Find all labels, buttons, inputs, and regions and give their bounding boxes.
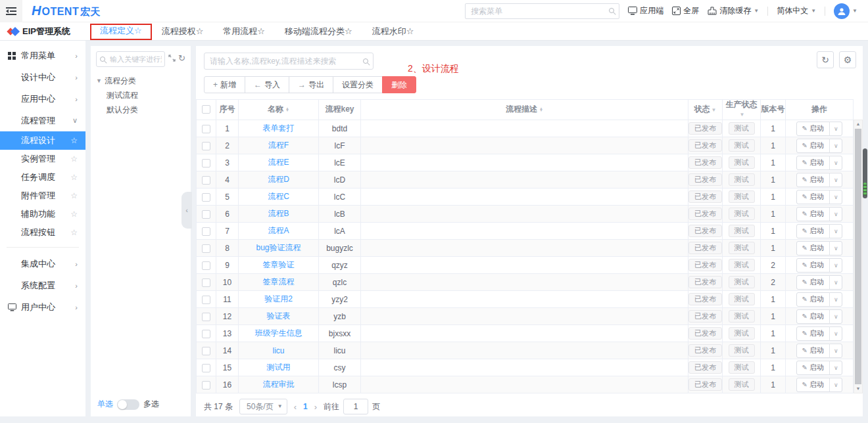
row-checkbox[interactable] bbox=[202, 296, 210, 304]
row-checkbox[interactable] bbox=[202, 142, 210, 150]
sidebar-item-integration-center[interactable]: 集成中心 › bbox=[0, 253, 85, 275]
chevron-down-icon[interactable]: ∨ bbox=[830, 382, 842, 388]
row-checkbox[interactable] bbox=[202, 176, 210, 185]
sort-icon[interactable]: ▲▼ bbox=[539, 108, 543, 112]
process-name-link[interactable]: 表单套打 bbox=[263, 123, 295, 133]
start-button[interactable]: ✎启动∨ bbox=[796, 326, 843, 341]
refresh-icon[interactable]: ↻ bbox=[178, 55, 185, 64]
row-checkbox[interactable] bbox=[202, 330, 210, 338]
chevron-down-icon[interactable]: ∨ bbox=[830, 194, 842, 200]
sidebar-item-app-center[interactable]: 应用中心 › bbox=[0, 88, 85, 110]
tree-node-root[interactable]: ▼ 流程分类 bbox=[96, 74, 185, 88]
chevron-down-icon[interactable]: ∨ bbox=[830, 347, 842, 354]
goto-page-input[interactable] bbox=[343, 399, 368, 414]
start-button[interactable]: ✎启动∨ bbox=[796, 156, 843, 170]
sidebar-item-auxiliary-functions[interactable]: 辅助功能 ☆ bbox=[0, 205, 85, 223]
row-checkbox[interactable] bbox=[202, 125, 210, 133]
row-checkbox[interactable] bbox=[202, 278, 210, 287]
start-button[interactable]: ✎启动∨ bbox=[796, 173, 843, 187]
process-name-link[interactable]: 流程C bbox=[268, 192, 289, 201]
tree-node-default-category[interactable]: 默认分类 bbox=[96, 102, 185, 117]
sidebar-item-attachment-management[interactable]: 附件管理 ☆ bbox=[0, 187, 85, 205]
row-checkbox[interactable] bbox=[202, 210, 210, 219]
tab-common-process[interactable]: 常用流程☆ bbox=[215, 22, 273, 40]
start-button[interactable]: ✎启动∨ bbox=[796, 224, 843, 238]
row-checkbox[interactable] bbox=[202, 313, 210, 321]
add-button[interactable]: + 新增 bbox=[204, 76, 245, 93]
process-name-link[interactable]: 流程B bbox=[268, 209, 289, 218]
filter-caret-icon[interactable]: ▼ bbox=[740, 112, 745, 118]
chevron-down-icon[interactable]: ∨ bbox=[830, 211, 842, 217]
import-button[interactable]: ← 导入 bbox=[245, 76, 289, 93]
table-scrollbar[interactable]: ▲ ▼ bbox=[854, 120, 863, 393]
chevron-down-icon[interactable]: ∨ bbox=[830, 262, 842, 269]
sidebar-item-instance-management[interactable]: 实例管理 ☆ bbox=[0, 150, 85, 168]
process-name-link[interactable]: 验证用2 bbox=[264, 294, 293, 303]
clear-cache-button[interactable]: 清除缓存 ▼ bbox=[708, 5, 759, 16]
chevron-down-icon[interactable]: ∨ bbox=[830, 313, 842, 320]
collapse-tree-handle[interactable]: ‹ bbox=[181, 192, 192, 229]
tab-process-definition[interactable]: 流程定义☆ bbox=[92, 22, 150, 40]
chevron-down-icon[interactable]: ∨ bbox=[830, 365, 842, 371]
row-checkbox[interactable] bbox=[202, 227, 210, 236]
start-button[interactable]: ✎启动∨ bbox=[796, 344, 843, 358]
star-icon[interactable]: ☆ bbox=[70, 191, 78, 200]
start-button[interactable]: ✎启动∨ bbox=[796, 241, 843, 256]
sidebar-item-user-center[interactable]: 用户中心 › bbox=[0, 296, 85, 318]
row-checkbox[interactable] bbox=[202, 193, 210, 202]
chevron-down-icon[interactable]: ∨ bbox=[830, 177, 842, 183]
sidebar-item-process-management[interactable]: 流程管理 ∨ bbox=[0, 110, 85, 131]
row-checkbox[interactable] bbox=[202, 244, 210, 253]
filter-caret-icon[interactable]: ▼ bbox=[711, 107, 717, 113]
row-checkbox[interactable] bbox=[202, 347, 210, 355]
process-name-link[interactable]: 流程D bbox=[268, 175, 289, 184]
start-button[interactable]: ✎启动∨ bbox=[796, 190, 843, 204]
process-name-link[interactable]: 流程A bbox=[268, 226, 289, 235]
start-button[interactable]: ✎启动∨ bbox=[796, 378, 843, 392]
col-header-prod-status[interactable]: 生产状态▼ bbox=[723, 100, 761, 120]
star-icon[interactable]: ☆ bbox=[70, 154, 78, 164]
chevron-down-icon[interactable]: ∨ bbox=[830, 330, 842, 337]
sidebar-item-process-buttons[interactable]: 流程按钮 ☆ bbox=[0, 223, 85, 242]
star-icon[interactable]: ☆ bbox=[70, 173, 78, 182]
prev-page-button[interactable]: ‹ bbox=[294, 402, 297, 412]
row-checkbox[interactable] bbox=[202, 261, 210, 270]
caret-down-icon[interactable]: ▼ bbox=[96, 78, 102, 84]
page-size-select[interactable]: 50条/页 ▼ bbox=[239, 399, 287, 414]
sidebar-item-system-config[interactable]: 系统配置 › bbox=[0, 275, 85, 296]
process-search-input[interactable] bbox=[204, 53, 374, 70]
select-all-checkbox[interactable] bbox=[202, 105, 210, 114]
process-name-link[interactable]: 签章验证 bbox=[263, 260, 295, 269]
start-button[interactable]: ✎启动∨ bbox=[796, 275, 843, 290]
settings-button[interactable]: ⚙ bbox=[839, 51, 856, 68]
start-button[interactable]: ✎启动∨ bbox=[796, 292, 843, 307]
tab-process-authorization[interactable]: 流程授权☆ bbox=[154, 22, 212, 40]
scroll-up-icon[interactable]: ▲ bbox=[854, 120, 862, 128]
process-name-link[interactable]: 流程F bbox=[268, 141, 289, 150]
star-icon[interactable]: ☆ bbox=[70, 210, 78, 219]
avatar[interactable] bbox=[834, 3, 850, 19]
star-icon[interactable]: ☆ bbox=[70, 136, 78, 145]
process-name-link[interactable]: 验证表 bbox=[267, 311, 291, 321]
process-name-link[interactable]: 签章流程 bbox=[263, 277, 295, 286]
browser-scrollbar-thumb[interactable] bbox=[863, 148, 867, 198]
sidebar-item-process-design[interactable]: 流程设计 ☆ bbox=[0, 131, 85, 150]
menu-search-input[interactable] bbox=[465, 3, 619, 19]
chevron-down-icon[interactable]: ∨ bbox=[830, 160, 842, 166]
select-mode-toggle[interactable] bbox=[117, 399, 139, 410]
star-icon[interactable]: ☆ bbox=[70, 228, 78, 237]
app-client-button[interactable]: 应用端 bbox=[628, 5, 663, 16]
scrollbar-thumb[interactable] bbox=[855, 129, 861, 384]
sidebar-item-common-menu[interactable]: 常用菜单 › bbox=[0, 45, 85, 66]
row-checkbox[interactable] bbox=[202, 381, 210, 390]
start-button[interactable]: ✎启动∨ bbox=[796, 309, 843, 324]
row-checkbox[interactable] bbox=[202, 364, 210, 372]
refresh-button[interactable]: ↻ bbox=[817, 51, 834, 68]
col-header-status[interactable]: 状态▼ bbox=[688, 100, 723, 120]
start-button[interactable]: ✎启动∨ bbox=[796, 122, 843, 136]
chevron-down-icon[interactable]: ∨ bbox=[830, 143, 842, 149]
start-button[interactable]: ✎启动∨ bbox=[796, 207, 843, 221]
process-name-link[interactable]: 班级学生信息 bbox=[255, 328, 302, 338]
start-button[interactable]: ✎启动∨ bbox=[796, 361, 843, 375]
tab-process-watermark[interactable]: 流程水印☆ bbox=[364, 22, 422, 40]
